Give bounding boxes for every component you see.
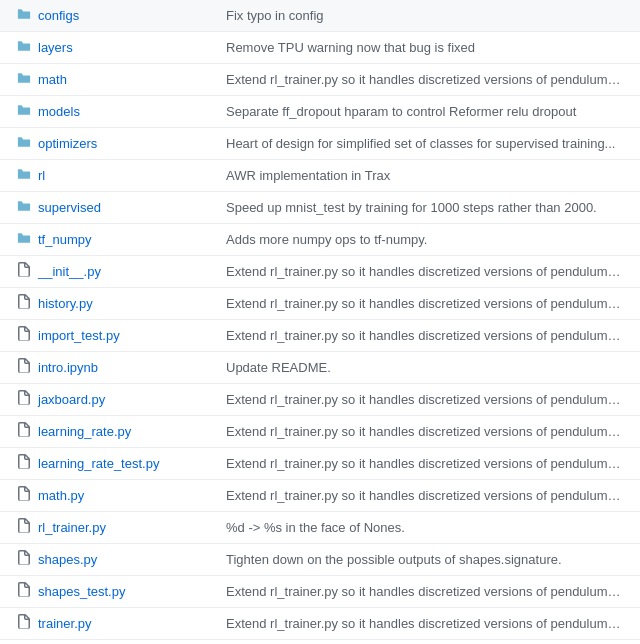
file-icon bbox=[16, 582, 32, 601]
file-icon bbox=[16, 262, 32, 281]
commit-message: Extend rl_trainer.py so it handles discr… bbox=[226, 584, 624, 599]
table-row: learning_rate_test.pyExtend rl_trainer.p… bbox=[0, 448, 640, 480]
commit-message: Speed up mnist_test by training for 1000… bbox=[226, 200, 624, 215]
table-row: intro.ipynbUpdate README. bbox=[0, 352, 640, 384]
file-name-col: math bbox=[16, 71, 226, 88]
file-name-col: intro.ipynb bbox=[16, 358, 226, 377]
file-name-col: rl bbox=[16, 167, 226, 184]
folder-icon bbox=[16, 135, 32, 152]
commit-message: AWR implementation in Trax bbox=[226, 168, 624, 183]
file-icon bbox=[16, 454, 32, 473]
table-row: mathExtend rl_trainer.py so it handles d… bbox=[0, 64, 640, 96]
file-name-link[interactable]: math bbox=[38, 72, 67, 87]
folder-icon bbox=[16, 231, 32, 248]
file-icon bbox=[16, 550, 32, 569]
commit-message: Extend rl_trainer.py so it handles discr… bbox=[226, 328, 624, 343]
file-name-link[interactable]: learning_rate_test.py bbox=[38, 456, 159, 471]
commit-message: Fix typo in config bbox=[226, 8, 624, 23]
file-name-link[interactable]: history.py bbox=[38, 296, 93, 311]
commit-message: Separate ff_dropout hparam to control Re… bbox=[226, 104, 624, 119]
file-name-col: import_test.py bbox=[16, 326, 226, 345]
file-name-col: history.py bbox=[16, 294, 226, 313]
file-name-col: jaxboard.py bbox=[16, 390, 226, 409]
file-name-link[interactable]: supervised bbox=[38, 200, 101, 215]
table-row: supervisedSpeed up mnist_test by trainin… bbox=[0, 192, 640, 224]
table-row: math.pyExtend rl_trainer.py so it handle… bbox=[0, 480, 640, 512]
file-name-link[interactable]: shapes.py bbox=[38, 552, 97, 567]
commit-message: Heart of design for simplified set of cl… bbox=[226, 136, 624, 151]
file-list: configsFix typo in config layersRemove T… bbox=[0, 0, 640, 644]
folder-icon bbox=[16, 7, 32, 24]
file-icon bbox=[16, 614, 32, 633]
folder-icon bbox=[16, 39, 32, 56]
file-name-link[interactable]: math.py bbox=[38, 488, 84, 503]
folder-icon bbox=[16, 167, 32, 184]
file-name-link[interactable]: optimizers bbox=[38, 136, 97, 151]
file-name-link[interactable]: import_test.py bbox=[38, 328, 120, 343]
table-row: tf_numpyAdds more numpy ops to tf-numpy. bbox=[0, 224, 640, 256]
file-name-link[interactable]: intro.ipynb bbox=[38, 360, 98, 375]
file-icon bbox=[16, 326, 32, 345]
table-row: shapes_test.pyExtend rl_trainer.py so it… bbox=[0, 576, 640, 608]
file-name-col: layers bbox=[16, 39, 226, 56]
commit-message: Extend rl_trainer.py so it handles discr… bbox=[226, 488, 624, 503]
file-name-link[interactable]: layers bbox=[38, 40, 73, 55]
commit-message: Extend rl_trainer.py so it handles discr… bbox=[226, 296, 624, 311]
file-name-col: models bbox=[16, 103, 226, 120]
table-row: modelsSeparate ff_dropout hparam to cont… bbox=[0, 96, 640, 128]
commit-message: Tighten down on the possible outputs of … bbox=[226, 552, 624, 567]
file-name-link[interactable]: tf_numpy bbox=[38, 232, 91, 247]
commit-message: Adds more numpy ops to tf-numpy. bbox=[226, 232, 624, 247]
table-row: learning_rate.pyExtend rl_trainer.py so … bbox=[0, 416, 640, 448]
file-name-col: rl_trainer.py bbox=[16, 518, 226, 537]
file-name-col: shapes.py bbox=[16, 550, 226, 569]
commit-message: Extend rl_trainer.py so it handles discr… bbox=[226, 264, 624, 279]
file-name-link[interactable]: rl bbox=[38, 168, 45, 183]
file-name-link[interactable]: jaxboard.py bbox=[38, 392, 105, 407]
commit-message: Extend rl_trainer.py so it handles discr… bbox=[226, 616, 624, 631]
table-row: import_test.pyExtend rl_trainer.py so it… bbox=[0, 320, 640, 352]
commit-message: Extend rl_trainer.py so it handles discr… bbox=[226, 456, 624, 471]
table-row: rl_trainer.py%d -> %s in the face of Non… bbox=[0, 512, 640, 544]
file-icon bbox=[16, 294, 32, 313]
file-name-col: configs bbox=[16, 7, 226, 24]
folder-icon bbox=[16, 71, 32, 88]
file-name-col: __init__.py bbox=[16, 262, 226, 281]
file-name-link[interactable]: __init__.py bbox=[38, 264, 101, 279]
file-name-link[interactable]: models bbox=[38, 104, 80, 119]
commit-message: Extend rl_trainer.py so it handles discr… bbox=[226, 72, 624, 87]
file-name-link[interactable]: rl_trainer.py bbox=[38, 520, 106, 535]
table-row: jaxboard.pyExtend rl_trainer.py so it ha… bbox=[0, 384, 640, 416]
file-name-col: learning_rate_test.py bbox=[16, 454, 226, 473]
file-name-col: optimizers bbox=[16, 135, 226, 152]
table-row: optimizersHeart of design for simplified… bbox=[0, 128, 640, 160]
file-name-col: supervised bbox=[16, 199, 226, 216]
file-icon bbox=[16, 390, 32, 409]
folder-icon bbox=[16, 199, 32, 216]
table-row: trainer.pyExtend rl_trainer.py so it han… bbox=[0, 608, 640, 640]
folder-icon bbox=[16, 103, 32, 120]
commit-message: Extend rl_trainer.py so it handles discr… bbox=[226, 392, 624, 407]
file-name-link[interactable]: shapes_test.py bbox=[38, 584, 125, 599]
commit-message: Remove TPU warning now that bug is fixed bbox=[226, 40, 624, 55]
commit-message: Update README. bbox=[226, 360, 624, 375]
file-name-col: shapes_test.py bbox=[16, 582, 226, 601]
table-row: __init__.pyExtend rl_trainer.py so it ha… bbox=[0, 256, 640, 288]
file-name-link[interactable]: configs bbox=[38, 8, 79, 23]
table-row: configsFix typo in config bbox=[0, 0, 640, 32]
file-name-col: tf_numpy bbox=[16, 231, 226, 248]
file-name-col: trainer.py bbox=[16, 614, 226, 633]
table-row: shapes.pyTighten down on the possible ou… bbox=[0, 544, 640, 576]
file-icon bbox=[16, 518, 32, 537]
file-name-col: math.py bbox=[16, 486, 226, 505]
table-row: rlAWR implementation in Trax bbox=[0, 160, 640, 192]
table-row: history.pyExtend rl_trainer.py so it han… bbox=[0, 288, 640, 320]
table-row: trainer_flags.pyExtend rl_trainer.py so … bbox=[0, 640, 640, 644]
file-icon bbox=[16, 358, 32, 377]
file-icon bbox=[16, 422, 32, 441]
commit-message: %d -> %s in the face of Nones. bbox=[226, 520, 624, 535]
file-name-link[interactable]: learning_rate.py bbox=[38, 424, 131, 439]
commit-message: Extend rl_trainer.py so it handles discr… bbox=[226, 424, 624, 439]
table-row: layersRemove TPU warning now that bug is… bbox=[0, 32, 640, 64]
file-name-link[interactable]: trainer.py bbox=[38, 616, 91, 631]
